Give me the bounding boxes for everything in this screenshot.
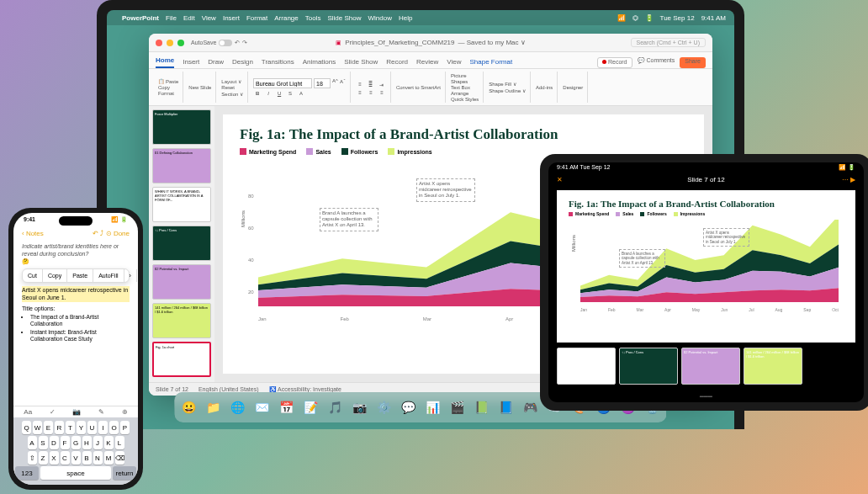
slide-thumbnail[interactable]: 4↑↓ Pros / Cons: [152, 226, 211, 261]
arrange-button[interactable]: Arrange: [451, 91, 479, 96]
dock-app-icon[interactable]: 📁: [202, 396, 225, 419]
menu-file[interactable]: File: [166, 14, 177, 22]
menu-edit[interactable]: Edit: [183, 14, 195, 22]
keyboard-key[interactable]: H: [82, 436, 92, 449]
smartart-button[interactable]: Convert to SmartArt: [396, 85, 441, 90]
dock-app-icon[interactable]: 📗: [470, 396, 494, 419]
dock-app-icon[interactable]: 🌐: [226, 396, 250, 419]
font-size-input[interactable]: [314, 78, 331, 88]
menu-window[interactable]: Window: [368, 14, 391, 22]
tab-review[interactable]: Review: [416, 58, 438, 68]
dock-app-icon[interactable]: ✉️: [251, 396, 274, 419]
dock-app-icon[interactable]: 📝: [299, 396, 323, 419]
keyboard-key[interactable]: ⇧: [28, 451, 37, 465]
cut-button[interactable]: Cut: [23, 269, 43, 282]
slide-thumbnail[interactable]: 3WHEN IT WORKS, A BRAND-ARTIST COLLABORA…: [152, 187, 211, 222]
keyboard-key[interactable]: T: [66, 421, 75, 434]
document-title[interactable]: Principles_Of_Marketing_COMM219: [345, 39, 454, 46]
tab-animations[interactable]: Animations: [303, 58, 336, 68]
italic-button[interactable]: I: [264, 91, 273, 96]
tab-draw[interactable]: Draw: [208, 58, 224, 68]
keyboard-key[interactable]: Y: [77, 421, 86, 434]
menu-insert[interactable]: Insert: [223, 14, 240, 22]
keyboard-key[interactable]: C: [61, 451, 70, 465]
ipad-slide-view[interactable]: Fig. 1a: The Impact of a Brand-Artist Co…: [557, 190, 855, 343]
keyboard-key[interactable]: P: [120, 421, 130, 434]
indent-button[interactable]: ⇥: [378, 82, 386, 88]
slide-thumbnail[interactable]: 1Force Multiplier: [152, 109, 211, 145]
annotation-1[interactable]: Brand A launches a capsule collection wi…: [320, 208, 378, 231]
decrease-font-icon[interactable]: A˅: [340, 78, 346, 88]
section-button[interactable]: Section ∨: [221, 91, 243, 97]
numbers-key[interactable]: 123: [15, 466, 39, 480]
keyboard-key[interactable]: W: [33, 421, 42, 434]
tab-transitions[interactable]: Transitions: [262, 58, 294, 68]
note-text[interactable]: Indicate artist/brand identities here or…: [22, 242, 130, 258]
autofill-button[interactable]: AutoFill: [93, 269, 124, 282]
slide-thumbnail[interactable]: ↑↓ Pros / Cons4: [619, 348, 678, 385]
checklist-icon[interactable]: ✓: [50, 408, 56, 416]
keyboard-key[interactable]: R: [55, 421, 64, 434]
quickstyles-button[interactable]: Quick Styles: [451, 97, 479, 102]
keyboard-key[interactable]: E: [44, 421, 53, 434]
undo-icon[interactable]: ↶: [93, 230, 98, 237]
add-icon[interactable]: ⊕: [122, 408, 128, 416]
dock-app-icon[interactable]: ⚙️: [373, 396, 396, 419]
slide-counter[interactable]: Slide 7 of 12: [156, 386, 188, 392]
keyboard[interactable]: QWERTYUIOP ASDFGHJKL ⇧ZXCVBNM⌫ 123 space…: [13, 417, 138, 485]
slide-thumbnail[interactable]: 02 Potential vs. Impact5: [681, 348, 740, 385]
search-input[interactable]: Search (Cmd + Ctrl + U): [631, 38, 706, 47]
redo-icon[interactable]: ↷: [242, 40, 247, 46]
bold-button[interactable]: B: [253, 91, 262, 96]
app-name[interactable]: PowerPoint: [122, 14, 159, 22]
tab-shape-format[interactable]: Shape Format: [470, 58, 513, 68]
keyboard-key[interactable]: V: [71, 451, 81, 465]
keyboard-key[interactable]: J: [93, 436, 103, 449]
comments-button[interactable]: 💬 Comments: [638, 57, 675, 68]
record-button[interactable]: Record: [597, 57, 632, 68]
format-icon[interactable]: Aa: [24, 408, 32, 416]
paste-button[interactable]: 📋 Paste: [158, 78, 178, 84]
keyboard-key[interactable]: U: [87, 421, 97, 434]
dock-app-icon[interactable]: 😀: [177, 396, 201, 419]
more-icon[interactable]: ⊙: [106, 230, 112, 237]
notes-editor[interactable]: Indicate artist/brand identities here or…: [13, 239, 138, 406]
reset-button[interactable]: Reset: [221, 85, 243, 90]
align-left-button[interactable]: ≡: [356, 90, 364, 95]
dock-app-icon[interactable]: 🎬: [446, 396, 469, 419]
keyboard-key[interactable]: A: [28, 436, 37, 449]
shape-outline-button[interactable]: Shape Outline ∨: [489, 88, 526, 93]
keyboard-key[interactable]: I: [98, 421, 108, 434]
camera-icon[interactable]: 📷: [72, 408, 81, 416]
slide-thumbnails[interactable]: 1Force Multiplier201 Defining Collaborat…: [149, 106, 214, 382]
copy-button[interactable]: Copy: [158, 85, 178, 90]
format-painter-button[interactable]: Format: [158, 91, 178, 96]
control-center-icon[interactable]: ⏣: [632, 14, 638, 22]
bullet-item[interactable]: Instant Impact: Brand-Artist Collaborati…: [30, 329, 130, 343]
menubar-clock[interactable]: 9:41 AM: [701, 14, 726, 22]
highlighted-text[interactable]: Artist X opens midcareer retrospective i…: [22, 286, 130, 301]
keyboard-key[interactable]: Q: [22, 421, 31, 434]
keyboard-key[interactable]: N: [93, 451, 103, 465]
more-button[interactable]: ⋯: [842, 176, 849, 183]
menubar-date[interactable]: Tue Sep 12: [660, 14, 695, 22]
strike-button[interactable]: S: [286, 91, 294, 96]
underline-button[interactable]: U: [275, 91, 283, 96]
picture-button[interactable]: Picture: [451, 73, 479, 78]
more-menu-button[interactable]: ›: [124, 269, 137, 282]
keyboard-key[interactable]: K: [104, 436, 114, 449]
share-button[interactable]: Share: [680, 57, 706, 68]
keyboard-key[interactable]: O: [109, 421, 119, 434]
bullet-item[interactable]: The Impact of a Brand-Artist Collaborati…: [30, 314, 130, 328]
tab-record[interactable]: Record: [386, 58, 408, 68]
autosave-toggle[interactable]: [219, 40, 232, 46]
addins-button[interactable]: Add-ins: [536, 85, 553, 90]
dock-app-icon[interactable]: 💬: [397, 396, 421, 419]
done-button[interactable]: Done: [114, 230, 130, 237]
designer-button[interactable]: Designer: [563, 85, 583, 90]
menu-slideshow[interactable]: Slide Show: [327, 14, 361, 22]
wifi-icon[interactable]: 📶: [617, 14, 626, 22]
tab-design[interactable]: Design: [232, 58, 253, 68]
undo-icon[interactable]: ↶: [235, 40, 240, 46]
menu-arrange[interactable]: Arrange: [274, 14, 298, 22]
